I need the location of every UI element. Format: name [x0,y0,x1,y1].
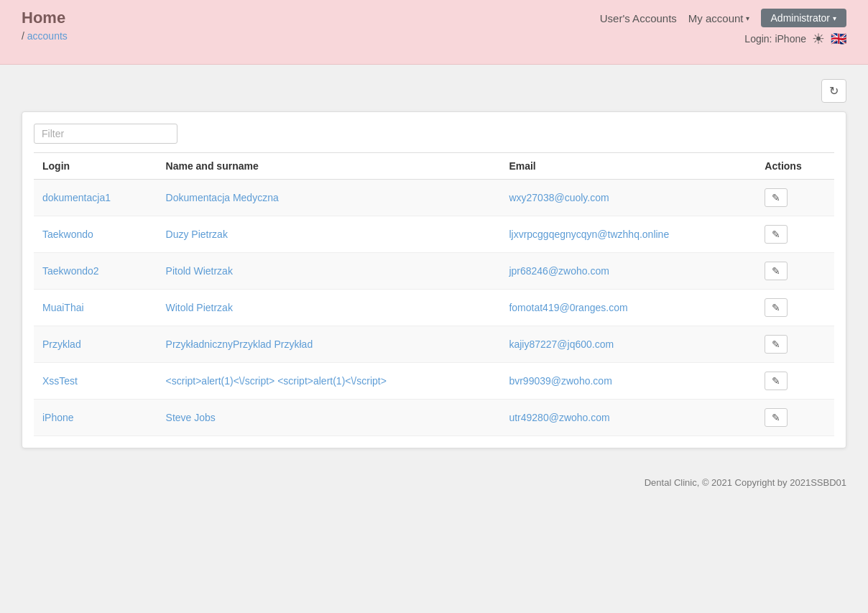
header-right: User's Accounts My account ▾ Administrat… [600,9,846,47]
header-bottom-row: Login: iPhone ☀ 🇬🇧 [744,30,846,47]
cell-actions: ✎ [756,363,834,400]
page-title: Home [22,9,68,27]
admin-dropdown-arrow: ▾ [833,14,836,22]
table-row: TaekwondoDuzy Pietrzakljxvrpcggqegnycqyn… [34,216,834,253]
cell-actions: ✎ [756,253,834,290]
cell-email: kajiy87227@jq600.com [500,326,756,363]
cell-email: jpr68246@zwoho.com [500,253,756,290]
table-body: dokumentacja1Dokumentacja Medycznawxy270… [34,180,834,436]
filter-input[interactable] [34,124,177,144]
edit-button[interactable]: ✎ [765,188,788,207]
cell-actions: ✎ [756,290,834,326]
table-row: PrzykladPrzykładnicznyPrzyklad Przykładk… [34,326,834,363]
col-name: Name and surname [157,153,501,180]
edit-button[interactable]: ✎ [765,225,788,244]
cell-email: fomotat419@0ranges.com [500,290,756,326]
users-accounts-link[interactable]: User's Accounts [600,12,677,24]
cell-name: Pitold Wietrzak [157,253,501,290]
my-account-button[interactable]: My account ▾ [684,11,754,26]
flag-icon[interactable]: 🇬🇧 [831,31,846,47]
table-row: XssTest<script>alert(1)<\/script> <scrip… [34,363,834,400]
cell-name: PrzykładnicznyPrzyklad Przykład [157,326,501,363]
sun-icon[interactable]: ☀ [812,30,825,47]
header-left: Home / accounts [22,9,68,42]
cell-name: Witold Pietrzak [157,290,501,326]
login-label: Login: iPhone [744,33,806,45]
cell-actions: ✎ [756,326,834,363]
table-row: iPhoneSteve Jobsutr49280@zwoho.com✎ [34,400,834,436]
refresh-btn-container: ↻ [22,79,846,103]
table-header: Login Name and surname Email Actions [34,153,834,180]
cell-name: Dokumentacja Medyczna [157,180,501,216]
cell-email: bvr99039@zwoho.com [500,363,756,400]
breadcrumb-separator: / [22,30,24,42]
table-row: MuaiThaiWitold Pietrzakfomotat419@0range… [34,290,834,326]
edit-button[interactable]: ✎ [765,262,788,280]
table-row: Taekwondo2Pitold Wietrzakjpr68246@zwoho.… [34,253,834,290]
cell-actions: ✎ [756,180,834,216]
breadcrumb-link[interactable]: accounts [27,30,68,42]
cell-login: dokumentacja1 [34,180,157,216]
cell-email: utr49280@zwoho.com [500,400,756,436]
table-row: dokumentacja1Dokumentacja Medycznawxy270… [34,180,834,216]
cell-login: iPhone [34,400,157,436]
accounts-card: Login Name and surname Email Actions dok… [22,111,846,448]
cell-name: Duzy Pietrzak [157,216,501,253]
header-top-row: User's Accounts My account ▾ Administrat… [600,9,846,27]
breadcrumb: / accounts [22,30,68,42]
edit-button[interactable]: ✎ [765,408,788,427]
my-account-dropdown-arrow: ▾ [746,14,749,22]
cell-actions: ✎ [756,216,834,253]
col-actions: Actions [756,153,834,180]
col-email: Email [500,153,756,180]
cell-email: wxy27038@cuoly.com [500,180,756,216]
cell-name: Steve Jobs [157,400,501,436]
refresh-icon: ↻ [829,85,839,97]
edit-button[interactable]: ✎ [765,372,788,390]
cell-email: ljxvrpcggqegnycqyn@twzhhq.online [500,216,756,253]
footer-text: Dental Clinic, © 2021 Copyright by 2021S… [645,477,846,488]
administrator-button[interactable]: Administrator ▾ [761,9,846,27]
cell-name: <script>alert(1)<\/script> <script>alert… [157,363,501,400]
cell-login: Taekwondo [34,216,157,253]
footer: Dental Clinic, © 2021 Copyright by 2021S… [0,463,868,502]
header: Home / accounts User's Accounts My accou… [0,0,868,65]
col-login: Login [34,153,157,180]
cell-login: XssTest [34,363,157,400]
edit-button[interactable]: ✎ [765,298,788,317]
main-content: ↻ Login Name and surname Email Actions d… [0,65,868,463]
cell-login: Taekwondo2 [34,253,157,290]
accounts-table: Login Name and surname Email Actions dok… [34,152,834,436]
edit-button[interactable]: ✎ [765,335,788,354]
cell-login: MuaiThai [34,290,157,326]
refresh-button[interactable]: ↻ [821,79,846,103]
cell-actions: ✎ [756,400,834,436]
cell-login: Przyklad [34,326,157,363]
